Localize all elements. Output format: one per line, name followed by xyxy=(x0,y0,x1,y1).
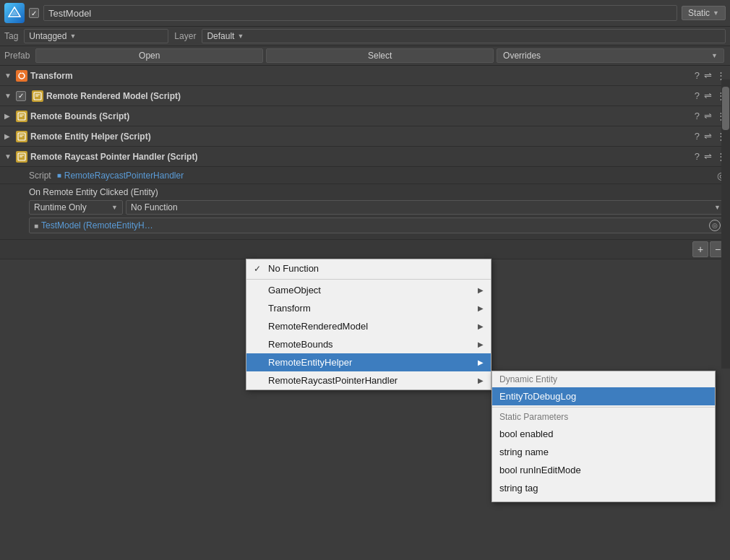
scrollbar-thumb[interactable] xyxy=(722,87,729,130)
event-title: On Remote Entity Clicked (Entity) xyxy=(29,187,726,197)
rb-arrow-icon: ▶ xyxy=(478,340,484,348)
rrm-settings-icon[interactable]: ⇌ xyxy=(704,90,712,101)
reh-settings-icon[interactable]: ⇌ xyxy=(704,131,712,142)
add-event-button[interactable]: + xyxy=(692,241,708,257)
rb-settings-icon[interactable]: ⇌ xyxy=(704,111,712,121)
top-bar: ✓ Static ▼ xyxy=(0,0,730,27)
layer-arrow-icon: ▼ xyxy=(237,33,244,40)
target-select-icon[interactable]: ◎ xyxy=(709,220,721,231)
rb-icon xyxy=(16,111,27,122)
rrm-arrow-icon: ▶ xyxy=(478,322,484,330)
layer-dropdown[interactable]: Default ▼ xyxy=(202,29,726,43)
menu-item-remoteraycastpointerhandler[interactable]: RemoteRaycastPointerHandler ▶ xyxy=(246,371,491,389)
prefab-row: Prefab Open Select Overrides ▼ xyxy=(0,46,730,66)
rrph-expand-arrow[interactable]: ▼ xyxy=(4,152,13,160)
rrm-checkbox[interactable]: ✓ xyxy=(16,91,26,101)
static-parameters-section-label: Static Parameters xyxy=(492,409,715,425)
tag-dropdown[interactable]: Untagged ▼ xyxy=(24,29,168,43)
transform-comp-name: Transform xyxy=(30,71,692,81)
prefab-open-button[interactable]: Open xyxy=(35,48,263,63)
runtime-dropdown[interactable]: Runtime Only ▼ xyxy=(29,200,123,215)
rb-help-icon[interactable]: ? xyxy=(695,111,700,121)
tag-label: Tag xyxy=(4,31,18,41)
transform-icon xyxy=(16,70,27,82)
reh-expand-arrow[interactable]: ▶ xyxy=(4,132,13,140)
menu-item-remoteentityhelper[interactable]: RemoteEntityHelper ▶ xyxy=(246,353,491,371)
static-button[interactable]: Static ▼ xyxy=(682,6,726,20)
sub-menu: Dynamic Entity EntityToDebugLog Static P… xyxy=(491,371,716,502)
event-section: On Remote Entity Clicked (Entity) Runtim… xyxy=(0,184,730,240)
menu-divider-1 xyxy=(246,279,491,280)
add-remove-row: + − xyxy=(0,240,730,259)
no-function-dropdown[interactable]: No Function ▼ xyxy=(126,200,726,215)
rrph-settings-icon[interactable]: ⇌ xyxy=(704,151,712,162)
script-ref-field[interactable]: ■ RemoteRaycastPointerHandler xyxy=(57,171,184,181)
model-name-input[interactable] xyxy=(43,5,677,21)
remote-rendered-model-row: ▼ ✓ Remote Rendered Model (Script) ? ⇌ ⋮ xyxy=(0,86,730,106)
prefab-label: Prefab xyxy=(4,51,30,61)
sub-menu-item-string-tag[interactable]: string tag xyxy=(492,479,715,497)
rrph-comp-name: Remote Raycast Pointer Handler (Script) xyxy=(30,152,692,162)
transform-arrow-icon: ▶ xyxy=(478,304,484,312)
scrollbar[interactable] xyxy=(721,79,730,369)
dropdown-menu-container: ✓ No Function GameObject ▶ Transform ▶ R… xyxy=(246,259,716,390)
reh-help-icon[interactable]: ? xyxy=(695,131,700,142)
reh-arrow-icon: ▶ xyxy=(478,358,484,366)
rrm-icon xyxy=(32,90,43,102)
menu-item-remotebounds[interactable]: RemoteBounds ▶ xyxy=(246,335,491,353)
prefab-select-button[interactable]: Select xyxy=(266,48,494,63)
rrph-row: ▼ Remote Raycast Pointer Handler (Script… xyxy=(0,147,730,167)
no-function-arrow-icon: ▼ xyxy=(714,204,721,211)
runtime-arrow-icon: ▼ xyxy=(111,204,118,211)
transform-component-row: ▼ Transform ? ⇌ ⋮ xyxy=(0,66,730,86)
rrph-arrow-icon: ▶ xyxy=(478,376,484,384)
script-row: Script ■ RemoteRaycastPointerHandler ◎ xyxy=(0,167,730,184)
transform-help-icon[interactable]: ? xyxy=(695,70,700,81)
dynamic-entity-section-label: Dynamic Entity xyxy=(492,371,715,387)
rrm-comp-name: Remote Rendered Model (Script) xyxy=(46,91,692,101)
model-active-checkbox[interactable]: ✓ xyxy=(29,8,39,18)
prefab-overrides-dropdown[interactable]: Overrides ▼ xyxy=(497,48,724,63)
gameobject-arrow-icon: ▶ xyxy=(478,286,484,294)
remote-entity-helper-row: ▶ Remote Entity Helper (Script) ? ⇌ ⋮ xyxy=(0,126,730,147)
target-field[interactable]: ■ TestModel (RemoteEntityH… ◎ xyxy=(29,217,726,233)
sub-menu-divider-1 xyxy=(492,407,715,408)
sub-menu-item-bool-runinEditMode[interactable]: bool runInEditMode xyxy=(492,461,715,479)
rrm-help-icon[interactable]: ? xyxy=(695,90,700,101)
rrph-help-icon[interactable]: ? xyxy=(695,151,700,162)
checkmark-icon: ✓ xyxy=(254,264,268,274)
target-row: ■ TestModel (RemoteEntityH… ◎ xyxy=(29,217,726,233)
sub-menu-item-bool-enabled[interactable]: bool enabled xyxy=(492,425,715,443)
menu-item-transform[interactable]: Transform ▶ xyxy=(246,299,491,317)
tag-layer-row: Tag Untagged ▼ Layer Default ▼ xyxy=(0,27,730,46)
script-label: Script xyxy=(29,171,51,181)
rrm-expand-arrow[interactable]: ▼ xyxy=(4,92,13,100)
sub-menu-item-string-name[interactable]: string name xyxy=(492,443,715,461)
function-dropdown-menu: ✓ No Function GameObject ▶ Transform ▶ R… xyxy=(246,259,491,390)
menu-item-remoterenderedmodel[interactable]: RemoteRenderedModel ▶ xyxy=(246,317,491,335)
script-file-icon: ■ xyxy=(57,171,61,179)
transform-expand-arrow[interactable]: ▼ xyxy=(4,72,13,79)
reh-comp-name: Remote Entity Helper (Script) xyxy=(30,132,692,142)
transform-settings-icon[interactable]: ⇌ xyxy=(704,70,712,81)
layer-label: Layer xyxy=(174,31,196,41)
static-dropdown-arrow: ▼ xyxy=(713,9,719,17)
svg-point-2 xyxy=(19,73,25,79)
reh-icon xyxy=(16,131,27,142)
rb-comp-name: Remote Bounds (Script) xyxy=(30,111,692,121)
tag-arrow-icon: ▼ xyxy=(69,33,76,40)
sub-menu-item-entity-to-debug-log[interactable]: EntityToDebugLog xyxy=(492,387,715,405)
event-row: Runtime Only ▼ No Function ▼ xyxy=(29,200,726,215)
menu-item-gameobject[interactable]: GameObject ▶ xyxy=(246,281,491,299)
remote-bounds-row: ▶ Remote Bounds (Script) ? ⇌ ⋮ xyxy=(0,106,730,126)
unity-logo xyxy=(4,3,25,23)
menu-item-no-function[interactable]: ✓ No Function xyxy=(246,259,491,277)
overrides-arrow-icon: ▼ xyxy=(711,52,718,59)
rb-expand-arrow[interactable]: ▶ xyxy=(4,112,13,120)
rrph-icon xyxy=(16,151,27,163)
